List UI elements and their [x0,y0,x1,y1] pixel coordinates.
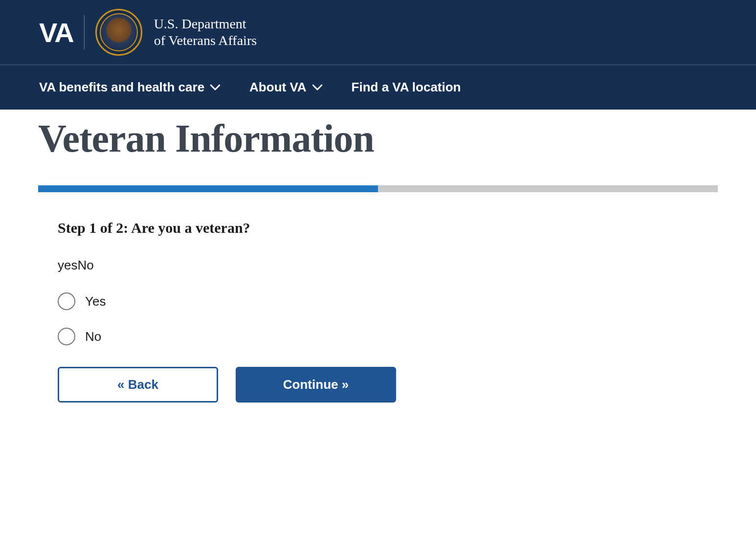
nav-find-location-label: Find a VA location [352,80,461,95]
radio-label-yes: Yes [85,294,106,309]
chevron-down-icon [312,84,322,91]
main-content: Veteran Information Step 1 of 2: Are you… [0,116,756,442]
progress-fill [38,185,378,192]
va-logo: VA [39,17,73,48]
page-title: Veteran Information [38,116,718,161]
department-name: U.S. Department of Veterans Affairs [154,16,257,48]
fieldset-legend: yesNo [58,258,718,273]
radio-group-veteran: Yes No [58,292,718,345]
dept-line-1: U.S. Department [154,16,257,32]
radio-label-no: No [85,329,101,344]
radio-option-yes[interactable]: Yes [58,292,718,310]
header-top: VA U.S. Department of Veterans Affairs [0,0,756,65]
radio-option-no[interactable]: No [58,328,718,345]
nav-find-location[interactable]: Find a VA location [352,65,461,110]
button-row: « Back Continue » [58,367,718,403]
radio-icon [58,292,75,310]
nav-benefits-label: VA benefits and health care [39,80,204,95]
logo-divider [84,15,85,49]
main-nav: VA benefits and health care About VA Fin… [0,65,756,110]
back-button[interactable]: « Back [58,367,218,403]
dept-line-2: of Veterans Affairs [154,32,257,49]
nav-about-label: About VA [249,80,307,95]
progress-bar [38,185,718,192]
va-seal-icon [95,9,142,56]
nav-benefits[interactable]: VA benefits and health care [39,65,220,110]
radio-icon [58,328,75,345]
nav-about[interactable]: About VA [249,65,322,110]
header: VA U.S. Department of Veterans Affairs V… [0,0,756,110]
step-heading: Step 1 of 2: Are you a veteran? [58,220,718,236]
continue-button[interactable]: Continue » [236,367,396,403]
chevron-down-icon [210,84,220,91]
